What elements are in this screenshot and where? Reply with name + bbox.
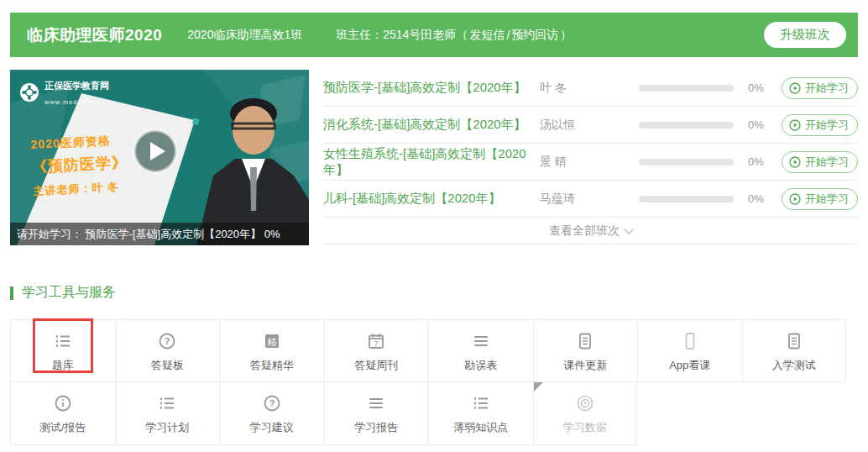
slash-separator: / bbox=[506, 29, 510, 42]
course-title-link[interactable]: 消化系统-[基础]高效定制【2020年】 bbox=[323, 117, 540, 133]
tools-section-header: 学习工具与服务 bbox=[10, 284, 858, 302]
lines-icon bbox=[429, 331, 533, 353]
lines-icon bbox=[325, 393, 429, 415]
list-icon bbox=[429, 393, 533, 415]
upgrade-class-button[interactable]: 升级班次 bbox=[764, 22, 846, 48]
progress-bar bbox=[639, 85, 734, 92]
course-title-link[interactable]: 女性生殖系统-[基础]高效定制【2020年】 bbox=[323, 146, 540, 178]
section-accent-bar bbox=[10, 286, 13, 300]
question-circle-icon: ? bbox=[220, 393, 324, 415]
jing-badge-icon: 精 bbox=[220, 331, 324, 353]
grid-empty-area bbox=[637, 382, 742, 445]
send-sms-link[interactable]: 发短信 bbox=[469, 28, 505, 43]
tool-item-study-data[interactable]: 学习数据 bbox=[533, 382, 638, 445]
progress-percent: 0% bbox=[748, 118, 782, 131]
info-circle-icon bbox=[11, 393, 115, 415]
video-player[interactable]: 正保医学教育网 www.med66.com 2020医师资格 《预防医学》 主讲… bbox=[10, 70, 309, 245]
start-learning-label: 开始学习 bbox=[805, 81, 849, 96]
tool-label: 答疑板 bbox=[116, 358, 220, 373]
phone-icon bbox=[638, 331, 742, 353]
brand-logo: 正保医学教育网 www.med66.com bbox=[19, 77, 109, 107]
tool-label: 答疑精华 bbox=[220, 358, 324, 373]
start-learning-label: 开始学习 bbox=[805, 155, 849, 170]
course-title-link[interactable]: 预防医学-[基础]高效定制【2020年】 bbox=[323, 80, 540, 96]
tool-item-qa-highlights[interactable]: 精 答疑精华 bbox=[219, 319, 324, 382]
main-area: 正保医学教育网 www.med66.com 2020医师资格 《预防医学》 主讲… bbox=[10, 70, 858, 245]
progress-percent: 0% bbox=[748, 81, 782, 94]
progress-percent: 0% bbox=[748, 155, 782, 168]
paren-open: （ bbox=[456, 28, 468, 43]
document-icon bbox=[743, 331, 846, 353]
tool-item-study-report[interactable]: 学习报告 bbox=[324, 382, 429, 445]
course-teacher: 叶 冬 bbox=[540, 81, 639, 96]
start-learning-label: 开始学习 bbox=[805, 118, 849, 133]
brand-name: 正保医学教育网 bbox=[44, 81, 109, 91]
play-circle-icon bbox=[789, 82, 801, 94]
corner-fold-icon bbox=[534, 382, 543, 392]
play-icon bbox=[131, 127, 180, 176]
play-button[interactable] bbox=[131, 127, 180, 179]
tool-label: 学习计划 bbox=[116, 420, 220, 435]
tool-item-weak-points[interactable]: 薄弱知识点 bbox=[428, 382, 533, 445]
exam-title: 临床助理医师2020 bbox=[27, 24, 162, 46]
play-circle-icon bbox=[789, 156, 801, 168]
start-learning-button[interactable]: 开始学习 bbox=[782, 188, 858, 210]
tool-label: App看课 bbox=[638, 358, 742, 373]
grid-empty-area bbox=[742, 382, 847, 445]
tool-label: 课件更新 bbox=[534, 358, 638, 373]
calendar-7-icon: 7 bbox=[325, 331, 429, 353]
tool-item-study-plan[interactable]: 学习计划 bbox=[115, 382, 220, 445]
svg-text:精: 精 bbox=[266, 337, 276, 347]
course-teacher: 景 晴 bbox=[540, 155, 639, 170]
tool-label: 测试/报告 bbox=[11, 420, 115, 435]
tool-label: 题库 bbox=[11, 358, 115, 373]
brand-text: 正保医学教育网 www.med66.com bbox=[44, 77, 109, 107]
start-learning-button[interactable]: 开始学习 bbox=[782, 114, 858, 136]
question-circle-icon: ? bbox=[116, 331, 220, 353]
tool-label: 勘误表 bbox=[429, 358, 533, 373]
start-learning-button[interactable]: 开始学习 bbox=[782, 77, 858, 99]
tool-item-qa-weekly[interactable]: 7 答疑周刊 bbox=[324, 319, 429, 382]
svg-text:?: ? bbox=[165, 336, 170, 346]
course-row: 消化系统-[基础]高效定制【2020年】 汤以恒 0% 开始学习 bbox=[323, 107, 858, 144]
list-icon bbox=[11, 331, 115, 353]
tool-item-study-advice[interactable]: ? 学习建议 bbox=[219, 382, 324, 445]
start-learning-button[interactable]: 开始学习 bbox=[782, 151, 858, 173]
progress-percent: 0% bbox=[748, 192, 782, 205]
video-caption: 请开始学习： 预防医学-[基础]高效定制【2020年】 0% bbox=[10, 223, 309, 245]
tool-item-courseware-updates[interactable]: 课件更新 bbox=[533, 319, 638, 382]
target-icon bbox=[534, 393, 637, 415]
course-row: 女性生殖系统-[基础]高效定制【2020年】 景 晴 0% 开始学习 bbox=[323, 144, 858, 181]
svg-text:?: ? bbox=[269, 398, 275, 408]
course-row: 预防医学-[基础]高效定制【2020年】 叶 冬 0% 开始学习 bbox=[323, 70, 858, 107]
progress-bar bbox=[639, 159, 734, 166]
tool-label: 学习数据 bbox=[534, 420, 637, 435]
tool-item-app-study[interactable]: App看课 bbox=[637, 319, 742, 382]
page: 临床助理医师2020 2020临床助理高效1班 班主任：2514号田老师 （ 发… bbox=[0, 0, 868, 445]
svg-text:7: 7 bbox=[374, 339, 379, 348]
tool-item-qa-board[interactable]: ? 答疑板 bbox=[115, 319, 220, 382]
chevron-down-icon bbox=[624, 224, 633, 234]
advisor-label: 班主任：2514号田老师 bbox=[336, 28, 456, 43]
tools-section-title: 学习工具与服务 bbox=[22, 284, 116, 302]
class-name: 2020临床助理高效1班 bbox=[187, 28, 302, 43]
progress-bar bbox=[639, 196, 734, 202]
list-icon bbox=[116, 393, 220, 415]
tool-label: 入学测试 bbox=[743, 358, 846, 373]
callback-link[interactable]: 预约回访 bbox=[511, 28, 558, 43]
tools-grid-row-1: 题库 ? 答疑板 精 答疑精华 7 答疑周刊 bbox=[10, 319, 847, 382]
advisor-info: 班主任：2514号田老师 （ 发短信 / 预约回访 ） bbox=[336, 28, 572, 43]
tool-label: 薄弱知识点 bbox=[429, 420, 533, 435]
course-row: 儿科-[基础]高效定制【2020年】 马蕴琦 0% 开始学习 bbox=[323, 181, 858, 218]
tool-item-errata[interactable]: 勘误表 bbox=[428, 319, 533, 382]
view-all-label: 查看全部班次 bbox=[549, 223, 620, 239]
tools-grid-row-2: 测试/报告 学习计划 ? 学习建议 学习报告 bbox=[10, 382, 847, 445]
tool-item-question-bank[interactable]: 题库 bbox=[10, 319, 115, 382]
view-all-classes[interactable]: 查看全部班次 bbox=[323, 218, 858, 244]
tool-item-test-report[interactable]: 测试/报告 bbox=[10, 382, 115, 445]
paren-close: ） bbox=[560, 28, 572, 43]
course-title-link[interactable]: 儿科-[基础]高效定制【2020年】 bbox=[323, 191, 540, 207]
med66-logo-icon bbox=[19, 82, 39, 102]
tool-item-entrance-test[interactable]: 入学测试 bbox=[742, 319, 847, 382]
class-header-bar: 临床助理医师2020 2020临床助理高效1班 班主任：2514号田老师 （ 发… bbox=[10, 13, 858, 57]
